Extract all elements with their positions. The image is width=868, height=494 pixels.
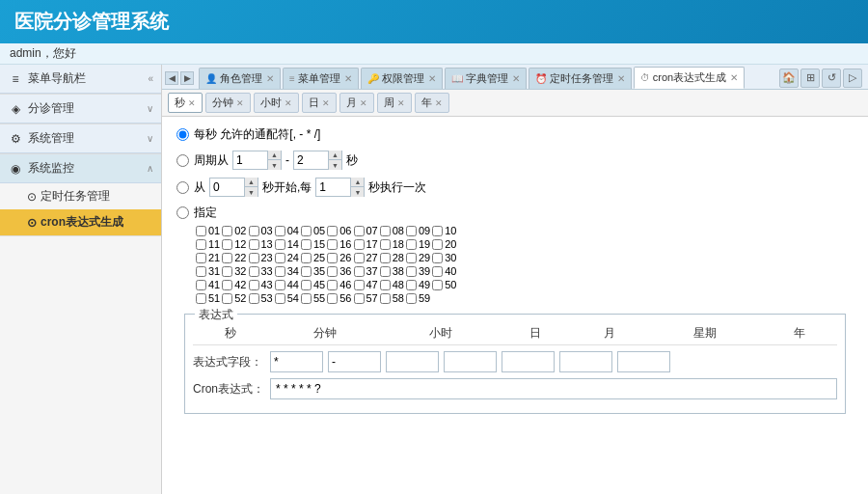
cron-checkbox-31[interactable]: [196, 266, 206, 277]
cron-checkbox-17[interactable]: [354, 239, 365, 250]
cron-checkbox-59[interactable]: [406, 293, 417, 304]
time-tab-nian[interactable]: 年 ✕: [415, 93, 449, 113]
sidebar-item-cron[interactable]: ⊙ cron表达式生成: [0, 209, 161, 235]
cron-checkbox-22[interactable]: [222, 253, 232, 263]
sidebar-item-dingshirenwu[interactable]: ⊙ 定时任务管理: [0, 183, 161, 209]
tab-zidian[interactable]: 📖 字典管理 ✕: [445, 68, 527, 89]
cron-checkbox-55[interactable]: [301, 293, 312, 304]
tab-dingshi-close[interactable]: ✕: [617, 73, 625, 84]
cron-radio-specify[interactable]: [176, 206, 189, 219]
cron-checkbox-04[interactable]: [275, 226, 285, 236]
expr-min-input[interactable]: [328, 351, 381, 372]
cron-checkbox-29[interactable]: [406, 253, 417, 263]
tab-caidan-close[interactable]: ✕: [344, 73, 352, 84]
sidebar-section-nav-header[interactable]: ≡ 菜单导航栏 «: [0, 65, 161, 94]
cron-checkbox-26[interactable]: [327, 253, 338, 263]
tab-caidan[interactable]: ≡ 菜单管理 ✕: [283, 68, 359, 89]
cron-from-input[interactable]: [233, 151, 267, 169]
tab-quanxian-close[interactable]: ✕: [428, 73, 436, 84]
tab-jiaose[interactable]: 👤 角色管理 ✕: [199, 68, 281, 89]
cron-checkbox-53[interactable]: [249, 293, 259, 304]
time-tab-xiaoshi-close[interactable]: ✕: [285, 98, 292, 108]
cron-checkbox-36[interactable]: [327, 266, 338, 277]
cron-checkbox-42[interactable]: [222, 280, 232, 290]
cron-checkbox-06[interactable]: [327, 226, 338, 236]
cron-checkbox-38[interactable]: [380, 266, 391, 277]
cron-checkbox-57[interactable]: [354, 293, 365, 304]
cron-checkbox-52[interactable]: [222, 293, 232, 304]
cron-checkbox-18[interactable]: [380, 239, 391, 250]
cron-checkbox-41[interactable]: [196, 280, 206, 290]
cron-checkbox-15[interactable]: [301, 239, 312, 250]
cron-checkbox-01[interactable]: [196, 226, 206, 236]
time-tab-yue-close[interactable]: ✕: [360, 98, 367, 108]
cron-start-up[interactable]: ▲: [244, 178, 258, 187]
cron-checkbox-13[interactable]: [249, 239, 259, 250]
tab-scroll-left[interactable]: ◀: [165, 71, 178, 85]
expr-sec-input[interactable]: [270, 351, 323, 372]
cron-checkbox-34[interactable]: [275, 266, 285, 277]
cron-checkbox-43[interactable]: [249, 280, 259, 290]
cron-checkbox-35[interactable]: [301, 266, 312, 277]
cron-checkbox-25[interactable]: [301, 253, 312, 263]
time-tab-miao[interactable]: 秒 ✕: [168, 93, 203, 113]
cron-checkbox-48[interactable]: [380, 280, 391, 290]
cron-checkbox-16[interactable]: [327, 239, 338, 250]
tab-zidian-close[interactable]: ✕: [512, 73, 520, 84]
cron-checkbox-47[interactable]: [354, 280, 365, 290]
time-tab-ri[interactable]: 日 ✕: [302, 93, 337, 113]
cron-checkbox-54[interactable]: [275, 293, 285, 304]
cron-radio-every[interactable]: [176, 128, 189, 141]
cron-checkbox-11[interactable]: [196, 239, 206, 250]
cron-to-down[interactable]: ▼: [328, 160, 341, 170]
tab-crongen[interactable]: ⏱ cron表达式生成 ✕: [634, 67, 745, 89]
cron-to-up[interactable]: ▲: [328, 151, 341, 160]
cron-checkbox-24[interactable]: [275, 253, 285, 263]
cron-checkbox-27[interactable]: [354, 253, 365, 263]
cron-checkbox-37[interactable]: [354, 266, 365, 277]
cron-checkbox-23[interactable]: [249, 253, 259, 263]
tab-grid-btn[interactable]: ⊞: [800, 69, 820, 88]
cron-checkbox-05[interactable]: [301, 226, 312, 236]
expr-week-input[interactable]: [559, 351, 612, 372]
time-tab-xiaoshi[interactable]: 小时 ✕: [254, 93, 299, 113]
time-tab-fen[interactable]: 分钟 ✕: [205, 93, 251, 113]
time-tab-nian-close[interactable]: ✕: [435, 98, 443, 108]
cron-checkbox-28[interactable]: [380, 253, 391, 263]
cron-checkbox-58[interactable]: [380, 293, 391, 304]
cron-every-down[interactable]: ▼: [350, 187, 364, 197]
tab-quanxian[interactable]: 🔑 权限管理 ✕: [361, 68, 443, 89]
sidebar-section-fenzhen-header[interactable]: ◈ 分诊管理 ∨: [0, 95, 161, 124]
cron-checkbox-46[interactable]: [327, 280, 338, 290]
tab-crongen-close[interactable]: ✕: [730, 72, 738, 83]
tab-refresh-btn[interactable]: ↺: [822, 69, 841, 88]
cron-checkbox-56[interactable]: [327, 293, 338, 304]
time-tab-zhou-close[interactable]: ✕: [397, 98, 405, 108]
time-tab-fen-close[interactable]: ✕: [236, 98, 244, 108]
cron-checkbox-39[interactable]: [406, 266, 417, 277]
cron-checkbox-10[interactable]: [432, 226, 443, 236]
cron-start-input[interactable]: [210, 178, 244, 196]
tab-expand-btn[interactable]: ▷: [843, 69, 862, 88]
tab-scroll-right[interactable]: ▶: [180, 71, 194, 85]
cron-radio-period[interactable]: [176, 154, 189, 167]
cron-to-input[interactable]: [294, 151, 328, 169]
cron-start-down[interactable]: ▼: [244, 187, 258, 197]
cron-checkbox-44[interactable]: [275, 280, 285, 290]
expr-hour-input[interactable]: [386, 351, 439, 372]
tab-home-btn[interactable]: 🏠: [779, 69, 799, 88]
cron-checkbox-30[interactable]: [432, 253, 443, 263]
time-tab-zhou[interactable]: 周 ✕: [377, 93, 412, 113]
cron-checkbox-14[interactable]: [275, 239, 285, 250]
cron-checkbox-40[interactable]: [432, 266, 443, 277]
time-tab-ri-close[interactable]: ✕: [322, 98, 330, 108]
cron-checkbox-12[interactable]: [222, 239, 232, 250]
cron-every-up[interactable]: ▲: [350, 178, 364, 187]
sidebar-section-jiankong-header[interactable]: ◉ 系统监控 ∧: [0, 154, 161, 183]
cron-every-input[interactable]: [316, 178, 350, 196]
cron-checkbox-03[interactable]: [249, 226, 259, 236]
tab-jiaose-close[interactable]: ✕: [266, 73, 274, 84]
sidebar-section-xitong-header[interactable]: ⚙ 系统管理 ∨: [0, 124, 161, 153]
expr-day-input[interactable]: [444, 351, 497, 372]
expr-year-input[interactable]: [617, 351, 670, 372]
